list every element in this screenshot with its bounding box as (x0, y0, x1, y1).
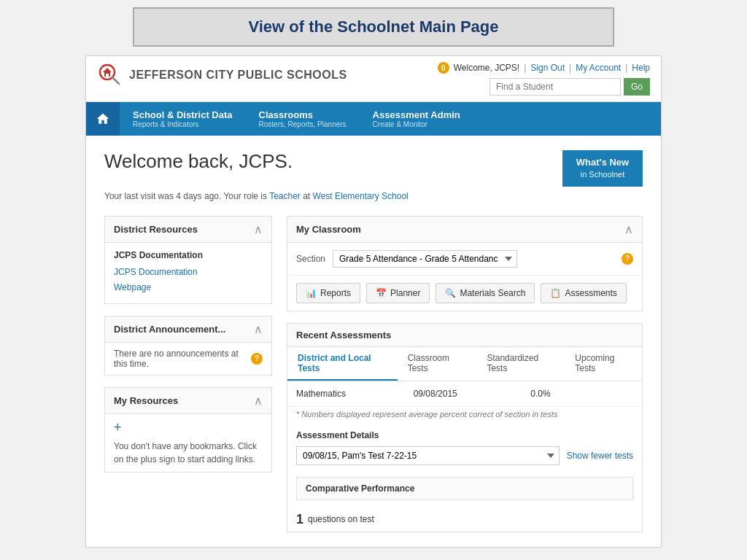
svg-rect-3 (106, 74, 109, 77)
nav-item-assessment-admin[interactable]: Assessment Admin Create & Monitor (360, 102, 473, 136)
assessment-details-dropdown[interactable]: 09/08/15, Pam's Test 7-22-15 (296, 446, 560, 465)
nav-item-classrooms-subtitle: Rosters, Reports, Planners (259, 120, 347, 128)
district-resources-collapse-icon[interactable]: ∧ (254, 222, 263, 236)
home-icon (96, 112, 110, 126)
assessment-details-title: Assessment Details (296, 430, 633, 440)
my-resources-header: My Resources ∧ (105, 388, 271, 414)
last-visit-text: Your last visit was 4 days ago. Your rol… (104, 191, 643, 201)
page-title-banner: View of the Schoolnet Main Page (133, 7, 614, 47)
questions-label: questions on test (308, 514, 374, 524)
my-classroom-collapse-icon[interactable]: ∧ (624, 222, 633, 236)
classroom-help-icon[interactable]: ? (622, 253, 633, 265)
recent-assessments-panel: Recent Assessments District and Local Te… (287, 323, 643, 532)
tab-upcoming[interactable]: Upcoming Tests (565, 347, 642, 381)
nav-item-school-district[interactable]: School & District Data Reports & Indicat… (120, 102, 246, 136)
planner-button[interactable]: 📅 Planner (366, 283, 430, 303)
planner-button-label: Planner (390, 288, 420, 298)
district-resources-title: District Resources (114, 224, 198, 235)
announcement-info-icon: ? (251, 353, 263, 365)
assessments-tab-bar: District and Local Tests Classroom Tests… (287, 347, 642, 381)
my-resources-body: + You don't have any bookmarks. Click on… (105, 414, 271, 472)
section-select-row: Section Grade 5 Attendance - Grade 5 Att… (287, 243, 642, 276)
user-nav: 0 Welcome, JCPS! | Sign Out | My Account… (438, 62, 650, 74)
whats-new-box[interactable]: What's New in Schoolnet (562, 150, 643, 187)
nav-item-classrooms-title: Classrooms (259, 109, 347, 120)
my-classroom-title: My Classroom (296, 224, 361, 235)
my-classroom-panel: My Classroom ∧ Section Grade 5 Attendanc… (287, 216, 643, 311)
district-announcement-title: District Announcement... (114, 324, 225, 335)
welcome-heading: Welcome back, JCPS. (104, 150, 293, 173)
my-classroom-header: My Classroom ∧ (287, 217, 642, 243)
assessment-note: * Numbers displayed represent average pe… (287, 407, 642, 424)
right-column: My Classroom ∧ Section Grade 5 Attendanc… (287, 216, 643, 532)
top-header: JEFFERSON CITY PUBLIC SCHOOLS 0 Welcome,… (86, 56, 661, 102)
sign-out-link[interactable]: Sign Out (530, 63, 565, 73)
resource-link-0[interactable]: JCPS Documentation (114, 265, 263, 281)
materials-search-button-label: Materials Search (460, 288, 525, 298)
page-title: View of the Schoolnet Main Page (149, 18, 598, 36)
role-link[interactable]: Teacher (269, 191, 301, 201)
whats-new-line2: in Schoolnet (573, 169, 632, 180)
section-dropdown[interactable]: Grade 5 Attendance - Grade 5 Attendanc (333, 250, 517, 268)
assessment-details-section: Assessment Details 09/08/15, Pam's Test … (287, 424, 642, 477)
assessment-details-row: 09/08/15, Pam's Test 7-22-15 Show fewer … (296, 446, 633, 465)
help-link[interactable]: Help (632, 63, 650, 73)
tab-classroom[interactable]: Classroom Tests (398, 347, 477, 381)
nav-home-button[interactable] (86, 102, 120, 136)
my-resources-title: My Resources (114, 395, 178, 406)
announcement-message: There are no announcements at this time. (114, 349, 247, 369)
comparative-performance-box: Comparative Performance (296, 477, 633, 500)
assessment-data-row: Mathematics 09/08/2015 0.0% (287, 381, 642, 407)
assessments-icon: 📋 (550, 288, 561, 298)
district-announcement-body: There are no announcements at this time.… (105, 343, 271, 375)
welcome-text: Welcome, JCPS! (454, 63, 519, 73)
planner-icon: 📅 (376, 288, 387, 298)
district-resources-subsection: JCPS Documentation (114, 250, 263, 260)
section-label: Section (296, 254, 325, 264)
top-right: 0 Welcome, JCPS! | Sign Out | My Account… (438, 62, 650, 96)
nav-item-classrooms[interactable]: Classrooms Rosters, Reports, Planners (246, 102, 360, 136)
district-resources-body: JCPS Documentation JCPS Documentation We… (105, 243, 271, 303)
welcome-section: Welcome back, JCPS. What's New in School… (104, 150, 643, 187)
resource-hint: You don't have any bookmarks. Click on t… (114, 440, 263, 466)
student-search-area: Go (489, 78, 650, 96)
my-resources-collapse-icon[interactable]: ∧ (254, 394, 263, 408)
student-search-input[interactable] (489, 78, 621, 96)
district-resources-panel: District Resources ∧ JCPS Documentation … (104, 216, 272, 304)
materials-search-icon: 🔍 (445, 288, 456, 298)
student-search-button[interactable]: Go (624, 78, 650, 96)
nav-item-school-district-title: School & District Data (133, 109, 233, 120)
nav-item-assessment-admin-title: Assessment Admin (373, 109, 460, 120)
two-col-layout: District Resources ∧ JCPS Documentation … (104, 216, 643, 532)
reports-icon: 📊 (306, 288, 317, 298)
nav-item-school-district-subtitle: Reports & Indicators (133, 120, 233, 128)
district-resources-header: District Resources ∧ (105, 217, 271, 243)
assessment-date: 09/08/2015 (414, 389, 516, 399)
recent-assessments-header: Recent Assessments (287, 324, 642, 347)
logo-area: JEFFERSON CITY PUBLIC SCHOOLS (97, 62, 347, 88)
questions-row: 1 questions on test (287, 508, 642, 532)
my-account-link[interactable]: My Account (576, 63, 621, 73)
assessments-button[interactable]: 📋 Assessments (541, 283, 626, 303)
school-link[interactable]: West Elementary School (313, 191, 409, 201)
reports-button-label: Reports (320, 288, 351, 298)
tab-standardized[interactable]: Standardized Tests (476, 347, 565, 381)
district-announcement-collapse-icon[interactable]: ∧ (254, 322, 263, 336)
add-resource-button[interactable]: + (114, 420, 263, 435)
resource-link-1[interactable]: Webpage (114, 280, 263, 296)
recent-assessments-title: Recent Assessments (296, 330, 391, 341)
assessments-button-label: Assessments (565, 288, 616, 298)
my-resources-panel: My Resources ∧ + You don't have any book… (104, 387, 272, 472)
assessment-score: 0.0% (530, 389, 633, 399)
questions-count: 1 (296, 512, 303, 527)
district-announcement-header: District Announcement... ∧ (105, 316, 271, 343)
tab-district-local[interactable]: District and Local Tests (287, 347, 398, 381)
reports-button[interactable]: 📊 Reports (296, 283, 360, 303)
district-announcement-panel: District Announcement... ∧ There are no … (104, 316, 272, 376)
materials-search-button[interactable]: 🔍 Materials Search (436, 283, 535, 303)
left-column: District Resources ∧ JCPS Documentation … (104, 216, 272, 532)
classroom-action-buttons: 📊 Reports 📅 Planner 🔍 Materials Search (287, 276, 642, 311)
show-fewer-link[interactable]: Show fewer tests (567, 451, 633, 461)
logo-text: JEFFERSON CITY PUBLIC SCHOOLS (129, 69, 347, 82)
content-area: Welcome back, JCPS. What's New in School… (86, 136, 661, 547)
